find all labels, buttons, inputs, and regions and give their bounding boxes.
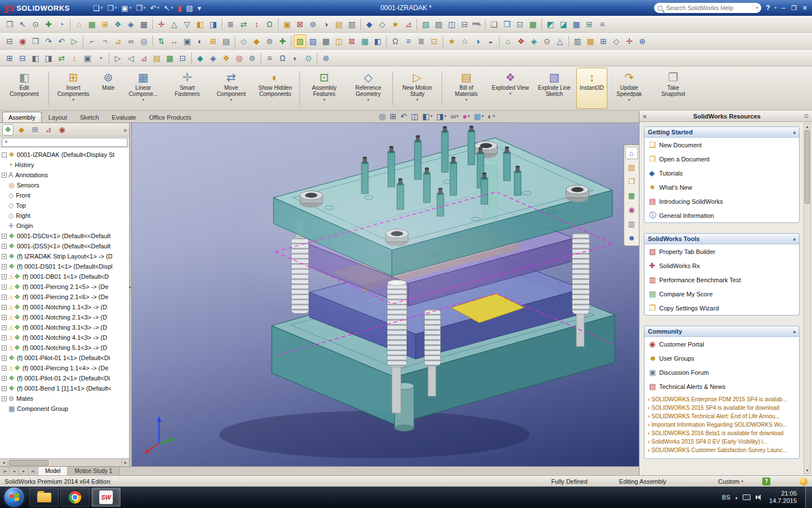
file-explorer-taskbar-button[interactable]	[29, 488, 59, 507]
scroll-right-icon[interactable]: ▸	[121, 460, 129, 465]
guide-bushing[interactable]	[300, 191, 323, 208]
toolbar-icon[interactable]: ◪	[557, 17, 570, 31]
toolbar-icon[interactable]: Ω	[263, 17, 276, 31]
toolbar-icon[interactable]: ⊞	[207, 34, 219, 48]
new-motion-study-button[interactable]: ▷ New Motion Study ▾	[395, 68, 439, 109]
tree-item[interactable]: ◇ Right	[0, 211, 129, 221]
dropdown-arrow-icon[interactable]: ▾	[129, 6, 131, 10]
expand-box[interactable]: +	[2, 305, 7, 310]
news-link[interactable]: › SOLIDWORKS Customer Satisfaction Surve…	[648, 447, 798, 454]
toolbar-icon[interactable]: ⇄	[55, 51, 68, 65]
configurationmanager-tab[interactable]: ⊞	[29, 124, 41, 135]
tree-item[interactable]: + ⚠ ❖ (f) 0001-DB01 1<1> (Default<D	[0, 271, 129, 282]
expand-box[interactable]: +	[2, 315, 7, 320]
toolbar-icon[interactable]: ⊛	[636, 34, 648, 48]
dropdown-arrow-icon[interactable]: ▾	[142, 98, 144, 102]
guide-bushing[interactable]	[566, 185, 589, 202]
help-dropdown-icon[interactable]: ▾	[775, 6, 777, 10]
dropdown-arrow-icon[interactable]: ▾	[444, 114, 447, 119]
assembly-3d-view[interactable]	[132, 123, 639, 466]
network-icon[interactable]	[743, 494, 751, 500]
dropdown-arrow-icon[interactable]: ▾	[628, 98, 630, 102]
dimxpertmanager-tab[interactable]: ⊿	[43, 124, 54, 135]
toolbar-icon[interactable]: ◨	[207, 17, 219, 31]
whats-new-link[interactable]: ★ What's New	[645, 180, 799, 194]
toolbar-icon[interactable]: ◁	[125, 51, 137, 65]
toolbar-icon[interactable]: ▦	[164, 51, 176, 65]
toolbar-icon[interactable]: ▨	[307, 34, 319, 48]
dropdown-arrow-icon[interactable]: ▾	[430, 114, 433, 119]
toolbar-icon[interactable]: ≡	[596, 17, 608, 31]
motion-study-tab[interactable]: Motion Study 1	[68, 467, 120, 475]
new-document-icon[interactable]: ❏ ▾	[91, 2, 104, 14]
tree-item[interactable]: ✛ Origin	[0, 221, 129, 231]
apply-scene-icon[interactable]: ▦ ▾	[474, 112, 484, 121]
toolbar-icon[interactable]: ◆	[363, 17, 376, 31]
user-groups-link[interactable]: ☻ User Groups	[645, 351, 799, 365]
bill-of-materials-button[interactable]: ▤ Bill of Materials ▾	[444, 68, 488, 109]
toolbar-icon[interactable]: ⊿	[112, 34, 124, 48]
introducing-solidworks-link[interactable]: ▤ Introducing SolidWorks	[645, 194, 799, 208]
displaymanager-tab[interactable]: ◉	[56, 124, 68, 135]
search-dropdown-icon[interactable]: ▾	[756, 6, 758, 10]
dropdown-arrow-icon[interactable]: ▾	[482, 114, 484, 119]
toolbar-icon[interactable]: ✚	[276, 34, 289, 48]
toolbar-icon[interactable]: ⊠	[346, 34, 358, 48]
tab-scroll-left-icon[interactable]: ◂	[10, 467, 19, 475]
compare-my-score-link[interactable]: ▤ Compare My Score	[645, 287, 799, 301]
guide-spring-left[interactable]	[292, 217, 308, 313]
help-button[interactable]: ?	[766, 4, 770, 12]
dropdown-arrow-icon[interactable]: ▾	[456, 114, 458, 119]
tree-item[interactable]: + ⚠ ❖ (f) 0001-Notching 3.1<3> -> (D	[0, 322, 129, 332]
toolbar-icon[interactable]: ▨	[433, 17, 445, 31]
news-link[interactable]: › SOLIDWORKS 2016 Beta1 is available for…	[648, 430, 798, 437]
tree-item[interactable]: + ❖ (f) 0001-Pilot-01 1<1> (Default<Di	[0, 353, 129, 363]
toolbar-icon[interactable]: ▩	[138, 17, 150, 31]
tree-filter-box[interactable]: ▼	[2, 138, 127, 147]
toolbar-icon[interactable]: PRL	[471, 17, 483, 31]
tree-item[interactable]: + ⚠ ❖ (f) 0001-Piercing 1.1<4> -> (De	[0, 363, 129, 373]
appearances-tab[interactable]: ◉	[625, 203, 638, 216]
expand-box[interactable]: +	[2, 386, 7, 391]
toolbar-icon[interactable]: ↶	[55, 34, 68, 48]
view-palette-tab[interactable]: ▦	[625, 189, 638, 202]
help-search-input[interactable]	[665, 4, 753, 12]
dropdown-arrow-icon[interactable]: ▾	[367, 98, 369, 102]
copy-settings-wizard-link[interactable]: ❐ Copy Settings Wizard	[645, 301, 799, 315]
chrome-taskbar-button[interactable]	[60, 488, 90, 507]
toolbar-icon[interactable]: ▦	[86, 17, 98, 31]
toolbar-icon[interactable]: ¬	[99, 34, 111, 48]
toolbar-icon[interactable]: ◫	[445, 17, 458, 31]
toolbar-icon[interactable]: ◒	[484, 34, 497, 48]
toolbar-icon[interactable]: ◎	[233, 51, 245, 65]
custom-properties-tab[interactable]: ▥	[625, 217, 638, 230]
dropdown-arrow-icon[interactable]: ▾	[493, 114, 495, 119]
strip-layout[interactable]	[330, 230, 519, 291]
hide-show-items-icon[interactable]: ∞ ▾	[450, 112, 458, 121]
tree-item[interactable]: + ❖ (f) 0001-Pilot-01 2<1> (Default<Di	[0, 373, 129, 383]
scroll-up-icon[interactable]: ▲	[805, 124, 809, 130]
toolbar-icon[interactable]: ⊿	[138, 51, 150, 65]
toolbar-icon[interactable]: ▥	[571, 34, 584, 48]
start-button[interactable]	[5, 488, 24, 507]
toolbar-icon[interactable]: ▧	[420, 17, 432, 31]
solidworks-resources-tab[interactable]: ⌂	[625, 147, 638, 159]
section-view-icon[interactable]: ◫	[411, 112, 418, 121]
volume-icon[interactable]	[756, 494, 761, 500]
toolbar-icon[interactable]: ≡	[263, 51, 276, 65]
open-document-link[interactable]: ❒ Open a Document	[645, 152, 799, 166]
save-icon[interactable]: ▣ ▾	[120, 2, 133, 14]
linear-component-pattern-button[interactable]: ▦ Linear Compone... ▾	[121, 68, 165, 109]
dropdown-arrow-icon[interactable]: ▾	[467, 114, 470, 119]
toolbar-icon[interactable]: ↷	[42, 34, 55, 48]
dropdown-arrow-icon[interactable]: ▾	[230, 98, 232, 102]
quick-tips-icon[interactable]	[800, 478, 807, 485]
tree-item[interactable]: ◎ Sensors	[0, 180, 129, 190]
tree-horizontal-scrollbar[interactable]: ◂ ▸	[0, 458, 129, 466]
news-link[interactable]: › SolidWorks 2015 SP4.0 EV (Early Visibi…	[648, 439, 798, 445]
news-link[interactable]: › Important Information Regarding SOLIDW…	[648, 422, 798, 428]
toolbar-icon[interactable]: ⊚	[246, 51, 258, 65]
toolbar-icon[interactable]: ▷	[112, 51, 124, 65]
property-tab-builder-link[interactable]: ▧ Property Tab Builder	[645, 244, 799, 259]
minimize-button[interactable]: ─	[781, 5, 785, 12]
